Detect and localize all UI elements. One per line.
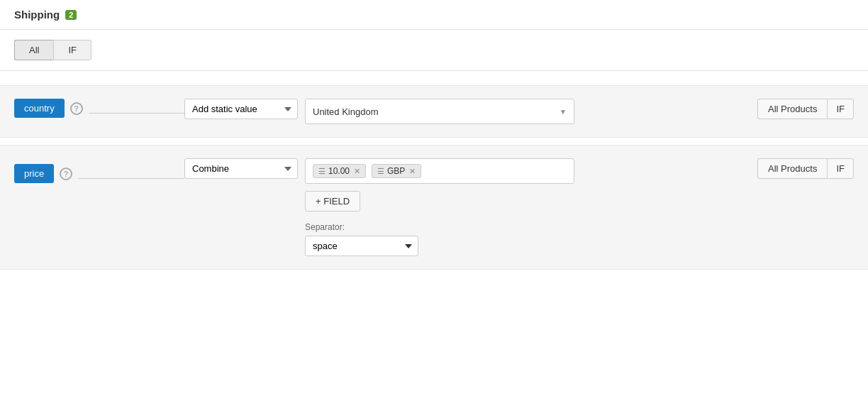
price-all-products-button[interactable]: All Products <box>757 158 827 179</box>
price-tag-input-box[interactable]: ☰ 10.00 ✕ ☰ GBP ✕ <box>305 158 574 184</box>
shipping-badge: 2 <box>65 10 77 20</box>
separator-label: Separator: <box>305 222 750 232</box>
separator-section: Separator: space none - _ / <box>305 222 750 256</box>
page-title: Shipping <box>14 9 60 21</box>
price-tag-currency-text: GBP <box>387 166 405 176</box>
price-tag-currency-close[interactable]: ✕ <box>409 167 416 176</box>
price-rule-content: ☰ 10.00 ✕ ☰ GBP ✕ + FIELD <box>305 158 750 256</box>
tab-if[interactable]: IF <box>53 40 91 60</box>
country-connector <box>89 113 184 114</box>
price-if-button[interactable]: IF <box>827 158 854 179</box>
tabs-section: All IF <box>0 30 868 71</box>
price-tag-currency: ☰ GBP ✕ <box>372 164 421 178</box>
country-label-wrap: country ? <box>14 99 184 118</box>
price-label-button[interactable]: price <box>14 164 54 183</box>
price-operator-select[interactable]: Combine <box>184 158 298 179</box>
add-field-button[interactable]: + FIELD <box>305 191 360 212</box>
price-tag-value-close[interactable]: ✕ <box>354 167 360 176</box>
country-value-text: United Kingdom <box>313 106 560 117</box>
price-tag-icon-currency: ☰ <box>377 167 384 176</box>
country-actions: All Products IF <box>757 99 854 119</box>
country-value-arrow: ▼ <box>560 108 567 116</box>
country-value-input[interactable]: United Kingdom ▼ <box>305 99 574 124</box>
price-tag-value-text: 10.00 <box>328 166 350 176</box>
price-rule-row: price ? Combine ☰ 10.00 <box>0 145 868 270</box>
country-operator-select[interactable]: Add static value <box>184 99 298 119</box>
rules-container: country ? Add static value United Kingdo… <box>0 71 868 284</box>
price-actions: All Products IF <box>757 158 854 179</box>
country-controls: Add static value United Kingdom ▼ <box>184 99 750 124</box>
separator-select[interactable]: space none - _ / <box>305 236 418 256</box>
country-help-icon[interactable]: ? <box>70 102 83 115</box>
price-top-row: ☰ 10.00 ✕ ☰ GBP ✕ <box>305 158 750 184</box>
price-help-icon[interactable]: ? <box>60 168 72 180</box>
header-section: Shipping 2 <box>0 0 868 30</box>
country-if-button[interactable]: IF <box>827 99 854 119</box>
country-rule-row: country ? Add static value United Kingdo… <box>0 85 868 138</box>
country-label-button[interactable]: country <box>14 99 65 118</box>
price-label-wrap: price ? <box>14 158 184 183</box>
price-connector <box>78 178 184 179</box>
price-tag-value: ☰ 10.00 ✕ <box>313 164 366 178</box>
tab-all[interactable]: All <box>14 40 53 60</box>
country-all-products-button[interactable]: All Products <box>757 99 827 119</box>
price-tag-icon-value: ☰ <box>318 167 326 176</box>
page-wrapper: Shipping 2 All IF country ? Add static v… <box>0 0 868 406</box>
price-controls: Combine ☰ 10.00 ✕ ☰ G <box>184 158 750 256</box>
